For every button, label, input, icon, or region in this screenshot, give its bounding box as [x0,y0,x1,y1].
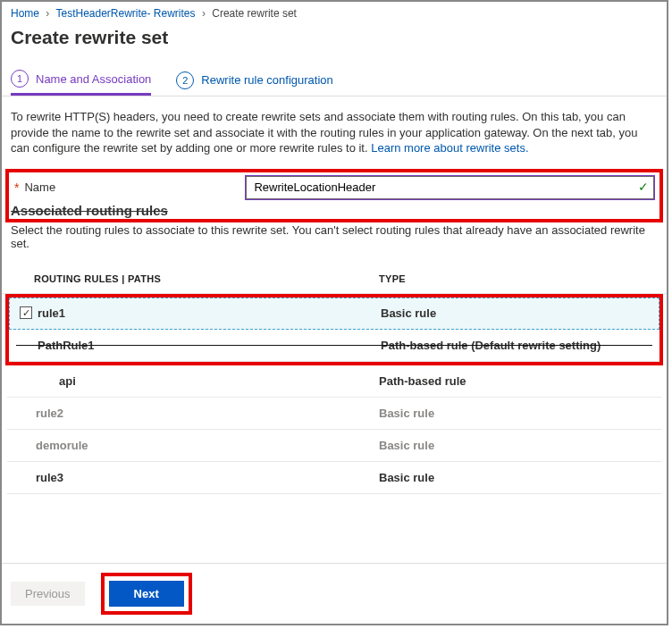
rule-type: Basic rule [381,306,654,320]
tab-divider [2,96,667,96]
rule-name: rule2 [34,407,379,420]
rule-name: PathRule1 [36,339,381,352]
rule-type: Basic rule [379,439,656,452]
highlight-selected-rows: ✓ rule1 Basic rule PathRule1 Path-based … [5,294,663,365]
description-text: To rewrite HTTP(S) headers, you need to … [2,109,667,169]
table-row[interactable]: rule2 Basic rule [7,398,661,430]
step-number-1: 1 [11,70,29,88]
highlight-name-field: * Name ✓ [5,169,663,222]
associated-rules-description: Select the routing rules to associate to… [2,218,667,268]
chevron-right-icon: › [42,7,53,20]
table-row[interactable]: api Path-based rule [7,365,661,398]
rule-type: Basic rule [379,407,656,420]
required-asterisk-icon: * [14,180,19,195]
column-routing-rules: ROUTING RULES | PATHS [34,273,379,284]
previous-button[interactable]: Previous [11,582,85,606]
tab-label: Name and Association [36,72,151,86]
rule-name: demorule [34,439,379,452]
breadcrumb: Home › TestHeaderRewrite- Rewrites › Cre… [2,2,667,23]
table-row[interactable]: ✓ rule1 Basic rule [9,298,659,330]
tab-name-association[interactable]: 1 Name and Association [11,70,151,96]
highlight-next-button: Next [101,573,192,615]
breadcrumb-mid[interactable]: TestHeaderRewrite- Rewrites [55,7,195,20]
rule-type: Path-based rule [379,374,656,388]
table-header: ROUTING RULES | PATHS TYPE [2,268,667,294]
wizard-tabs: 1 Name and Association 2 Rewrite rule co… [2,70,667,96]
learn-more-link[interactable]: Learn more about rewrite sets. [371,141,528,155]
rule-name: rule3 [34,471,379,484]
rule-name: api [34,374,379,388]
table-row[interactable]: PathRule1 Path-based rule (Default rewri… [9,330,659,362]
rule-type: Path-based rule (Default rewrite setting… [381,339,654,352]
next-button[interactable]: Next [109,581,184,607]
rule-type: Basic rule [379,471,656,484]
table-row[interactable]: rule3 Basic rule [7,462,661,494]
breadcrumb-home[interactable]: Home [11,7,39,20]
footer-bar: Previous Next [2,563,667,624]
checkbox[interactable]: ✓ [16,306,36,319]
tab-label: Rewrite rule configuration [201,73,332,87]
tab-rewrite-rule-config[interactable]: 2 Rewrite rule configuration [176,70,332,96]
page-title: Create rewrite set [2,23,667,70]
name-label: Name [24,180,246,194]
valid-check-icon: ✓ [638,180,649,194]
column-type: TYPE [379,273,658,284]
chevron-right-icon: › [198,7,209,20]
name-input[interactable] [246,176,654,199]
breadcrumb-current: Create rewrite set [212,7,297,20]
rule-name: rule1 [36,306,381,320]
table-row[interactable]: demorule Basic rule [7,430,661,462]
step-number-2: 2 [176,71,194,89]
